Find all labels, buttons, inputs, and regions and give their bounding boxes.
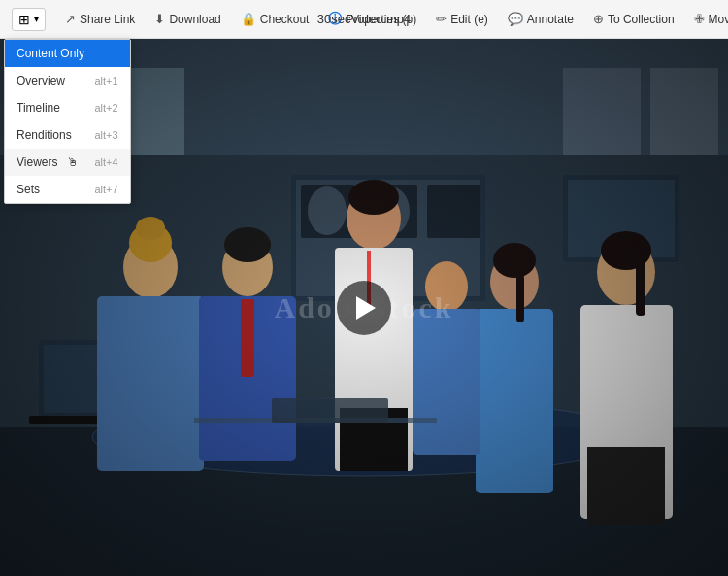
overview-label: Overview bbox=[17, 74, 65, 87]
share-icon: ↗ bbox=[65, 12, 76, 26]
move-icon: ✙ bbox=[694, 12, 705, 26]
annotate-button[interactable]: 💬 Annotate bbox=[500, 8, 581, 30]
timeline-label: Timeline bbox=[17, 101, 60, 115]
dropdown-item-viewers[interactable]: Viewers 🖱 alt+4 bbox=[5, 149, 130, 176]
play-triangle-icon bbox=[356, 296, 376, 320]
edit-button[interactable]: ✏ Edit (e) bbox=[428, 8, 496, 30]
sets-label: Sets bbox=[17, 183, 40, 196]
sets-shortcut: alt+7 bbox=[94, 184, 117, 195]
dropdown-item-content-only[interactable]: Content Only bbox=[5, 40, 130, 67]
collection-button[interactable]: ⊕ To Collection bbox=[585, 8, 682, 30]
renditions-shortcut: alt+3 bbox=[94, 129, 117, 141]
download-icon: ⬇ bbox=[154, 12, 165, 26]
cursor-icon: 🖱 bbox=[67, 155, 79, 169]
share-link-button[interactable]: ↗ Share Link bbox=[57, 8, 143, 30]
lock-icon: 🔒 bbox=[241, 12, 256, 26]
renditions-label: Renditions bbox=[17, 128, 72, 142]
overview-shortcut: alt+1 bbox=[94, 75, 117, 86]
download-button[interactable]: ⬇ Download bbox=[147, 8, 228, 30]
dropdown-item-renditions[interactable]: Renditions alt+3 bbox=[5, 121, 130, 149]
viewers-shortcut: alt+4 bbox=[94, 156, 117, 168]
chevron-down-icon: ▾ bbox=[34, 14, 39, 24]
viewers-label: Viewers bbox=[17, 155, 57, 169]
comment-icon: 💬 bbox=[508, 12, 523, 26]
view-dropdown-menu: Content Only Overview alt+1 Timeline alt… bbox=[4, 39, 131, 204]
dropdown-item-overview[interactable]: Overview alt+1 bbox=[5, 67, 130, 94]
dropdown-item-timeline[interactable]: Timeline alt+2 bbox=[5, 94, 130, 121]
play-button[interactable] bbox=[337, 281, 391, 335]
timeline-shortcut: alt+2 bbox=[94, 102, 117, 114]
view-grid-icon: ⊞ bbox=[18, 12, 30, 27]
collection-icon: ⊕ bbox=[593, 12, 604, 26]
move-button[interactable]: ✙ Move (m) bbox=[686, 8, 728, 30]
content-only-label: Content Only bbox=[17, 47, 84, 60]
asset-title: 30secVideo.mp4 bbox=[317, 12, 412, 26]
view-selector-button[interactable]: ⊞ ▾ bbox=[12, 8, 46, 31]
checkout-button[interactable]: 🔒 Checkout bbox=[233, 8, 317, 30]
dropdown-item-sets[interactable]: Sets alt+7 bbox=[5, 176, 130, 203]
toolbar: ⊞ ▾ ↗ Share Link ⬇ Download 🔒 Checkout ⓘ… bbox=[0, 0, 728, 39]
pencil-icon: ✏ bbox=[436, 12, 447, 26]
